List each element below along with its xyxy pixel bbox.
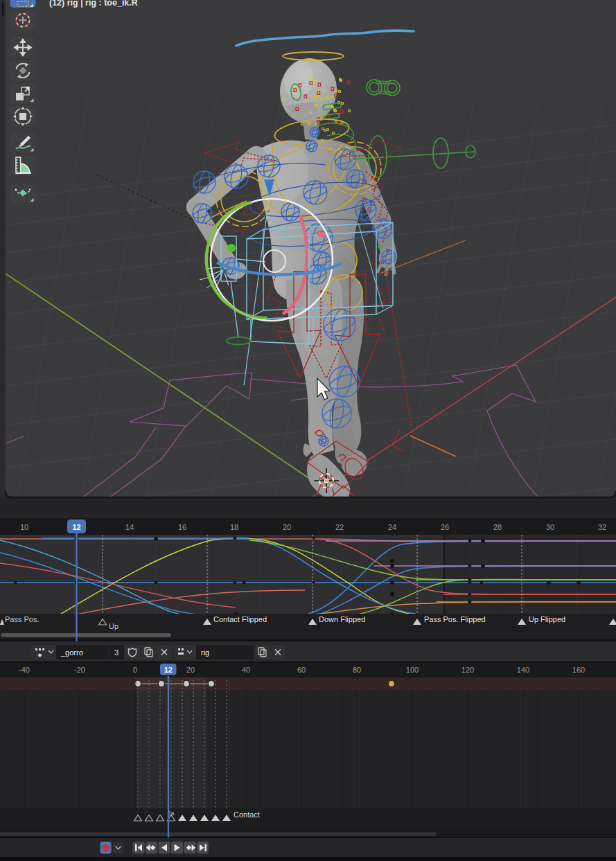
svg-text:Contact: Contact xyxy=(234,810,260,819)
svg-text:140: 140 xyxy=(517,666,529,674)
svg-text:Pass Pos.: Pass Pos. xyxy=(5,615,39,623)
svg-text:28: 28 xyxy=(493,523,502,531)
svg-text:Down Flipped: Down Flipped xyxy=(319,615,365,623)
svg-text:_gorro: _gorro xyxy=(60,648,83,657)
svg-text:120: 120 xyxy=(461,666,474,674)
svg-text:14: 14 xyxy=(125,523,134,531)
svg-text:16: 16 xyxy=(178,523,186,531)
svg-text:20: 20 xyxy=(283,523,291,531)
svg-text:Up Flipped: Up Flipped xyxy=(529,615,565,623)
svg-text:0: 0 xyxy=(133,666,137,674)
svg-text:160: 160 xyxy=(572,666,585,674)
svg-text:40: 40 xyxy=(242,666,250,674)
svg-text:Pass Pos. Flipped: Pass Pos. Flipped xyxy=(424,615,486,623)
svg-text:60: 60 xyxy=(297,666,306,674)
svg-text:-20: -20 xyxy=(74,666,85,674)
svg-text:32: 32 xyxy=(598,523,606,531)
svg-text:rig: rig xyxy=(201,648,209,657)
svg-text:-40: -40 xyxy=(19,666,30,674)
svg-text:12: 12 xyxy=(72,523,80,531)
svg-text:100: 100 xyxy=(406,666,419,674)
svg-text:12: 12 xyxy=(164,666,173,674)
svg-text:Contact Flipped: Contact Flipped xyxy=(213,615,267,623)
svg-text:Up: Up xyxy=(109,622,118,630)
svg-text:20: 20 xyxy=(186,666,195,674)
svg-text:18: 18 xyxy=(230,523,238,531)
svg-text:30: 30 xyxy=(546,523,554,531)
svg-text:22: 22 xyxy=(335,523,344,531)
svg-text:80: 80 xyxy=(353,666,361,674)
svg-text:10: 10 xyxy=(20,523,28,531)
svg-text:24: 24 xyxy=(388,523,396,531)
svg-text:26: 26 xyxy=(441,523,449,531)
svg-text:(12) rig | rig : toe_ik.R: (12) rig | rig : toe_ik.R xyxy=(49,0,138,8)
svg-text:3: 3 xyxy=(114,648,118,657)
